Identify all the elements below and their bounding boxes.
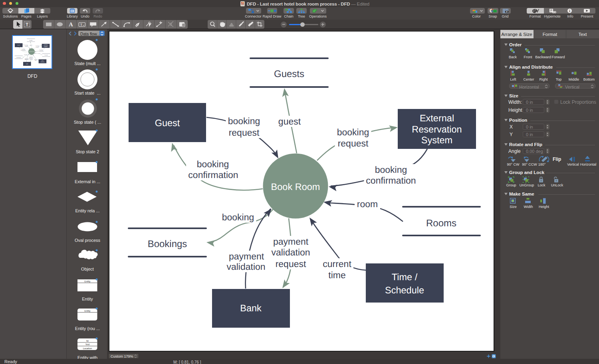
svg-text:Entity: Entity [84,280,90,283]
svg-text:Location: Location [83,347,92,350]
svg-text:Text: Text [85,343,89,346]
svg-text:T: T [26,22,28,27]
svg-text:Entity: Entity [84,310,90,313]
svg-text:T: T [80,23,83,27]
svg-text:A: A [69,22,73,28]
svg-text:ID: ID [86,340,89,342]
